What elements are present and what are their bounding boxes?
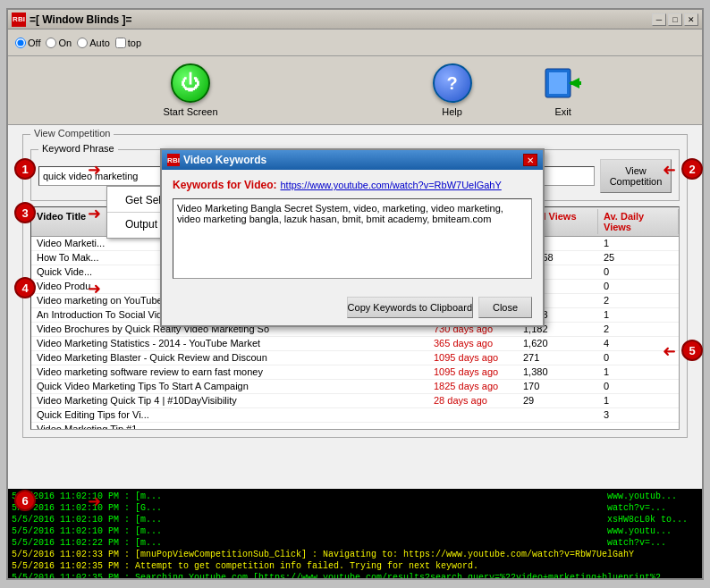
exit-label: Exit [554,106,571,117]
video-url-link[interactable]: https://www.youtube.com/watch?v=RbW7UelG… [280,180,501,190]
help-button[interactable]: ? Help [433,63,472,117]
toolbar: Off On Auto top [8,29,702,56]
svg-rect-1 [549,72,567,94]
arrow-1: ➜ [88,160,101,180]
arrow-6: ➜ [88,491,101,511]
radio-on[interactable]: On [46,38,72,48]
title-bar: RBI =[ Window Blinds ]= ─ □ ✕ [8,10,702,29]
log-line: 5/5/2016 11:02:10 PM : [G... watch?v=... [12,502,698,514]
exit-icon [544,63,583,103]
log-line: 5/5/2016 11:02:35 PM : Attempt to get co… [12,560,698,572]
section-label: View Competition [30,128,114,139]
main-window: RBI =[ Window Blinds ]= ─ □ ✕ Off On Aut… [6,8,704,580]
top-label: top [128,38,141,48]
table-row[interactable]: Video Marketing Statistics - 2014 - YouT… [31,337,679,351]
log-line: 5/5/2016 11:02:33 PM : [mnuPopViewCompet… [12,549,698,560]
close-button[interactable]: ✕ [684,13,698,26]
radio-top[interactable]: top [115,38,141,48]
video-keywords-dialog: RBI Video Keywords ✕ Keywords for Video:… [160,148,545,327]
radio-on-label: On [58,38,72,48]
log-line: 5/5/2016 11:02:10 PM : [m... www.youtu..… [12,525,698,537]
log-line: 5/5/2016 11:02:10 PM : [m... www.youtub.… [12,491,698,502]
dialog-footer: Copy Keywords to Clipboard Close [162,290,543,325]
badge-6: 6 [14,490,36,511]
view-competition-button[interactable]: ViewCompetition [600,159,672,193]
dialog-icon: RBI [167,154,180,166]
minimize-button[interactable]: ─ [652,13,666,26]
header-av-daily: Av. Daily Views [598,209,679,234]
log-line: 5/5/2016 11:02:35 PM : Searching Youtube… [12,572,698,578]
dialog-title-left: RBI Video Keywords [167,154,266,166]
help-label: Help [442,106,462,117]
keyword-phrase-label: Keyword Phrase [38,143,118,154]
dialog-close-x-button[interactable]: ✕ [523,154,537,166]
app-icon: RBI [12,13,26,27]
dialog-url-row: Keywords for Video: https://www.youtube.… [173,179,532,191]
arrow-3: ➜ [88,204,101,223]
badge-3: 3 [14,202,36,223]
top-buttons-area: ⏻ Start Screen ? Help Exit [8,56,702,125]
start-screen-button[interactable]: ⏻ Start Screen [163,63,217,117]
arrow-4: ➜ [88,279,101,298]
window-title: =[ Window Blinds ]= [30,13,132,26]
table-row[interactable]: Video Marketing Blaster - Quick Review a… [31,351,679,365]
dialog-close-button[interactable]: Close [478,297,532,318]
maximize-button[interactable]: □ [668,13,682,26]
radio-off-label: Off [28,38,40,48]
copy-keywords-button[interactable]: Copy Keywords to Clipboard [347,297,473,318]
badge-5: 5 [681,340,703,361]
arrow-2: ➜ [663,160,676,180]
table-row[interactable]: Video Marketing Quick Tip 4 | #10DayVisi… [31,394,679,408]
radio-auto-label: Auto [89,38,110,48]
table-row[interactable]: Video marketing software review to earn … [31,365,679,380]
keywords-textarea[interactable]: Video Marketing Bangla Secret System, vi… [173,198,532,279]
dialog-title-bar: RBI Video Keywords ✕ [162,150,543,170]
table-row[interactable]: Quick Video Marketing Tips To Start A Ca… [31,380,679,394]
svg-rect-3 [571,81,581,85]
table-row[interactable]: Quick Editing Tips for Vi...3 [31,408,679,423]
badge-4: 4 [14,277,36,298]
keywords-for-video-label: Keywords for Video: [173,179,276,191]
log-area: 5/5/2016 11:02:10 PM : [m... www.youtub.… [8,489,702,578]
dialog-title-text: Video Keywords [183,154,266,166]
log-line: 5/5/2016 11:02:22 PM : [m... watch?v=... [12,537,698,549]
arrow-5: ➜ [663,341,676,361]
exit-button[interactable]: Exit [544,63,583,117]
log-line: 5/5/2016 11:02:10 PM : [m... xsHW8cL0k t… [12,514,698,525]
radio-auto[interactable]: Auto [77,38,110,48]
badge-1: 1 [14,158,36,180]
radio-group: Off On Auto top [15,38,141,48]
power-icon: ⏻ [171,63,210,103]
badge-2: 2 [681,158,703,180]
title-bar-controls: ─ □ ✕ [652,13,698,26]
radio-off[interactable]: Off [15,38,40,48]
table-row[interactable]: Video Marketing Tip #1 ... [31,423,679,430]
help-icon: ? [433,63,472,103]
start-screen-label: Start Screen [163,106,217,117]
title-bar-left: RBI =[ Window Blinds ]= [12,13,132,27]
dialog-content: Keywords for Video: https://www.youtube.… [162,170,543,290]
